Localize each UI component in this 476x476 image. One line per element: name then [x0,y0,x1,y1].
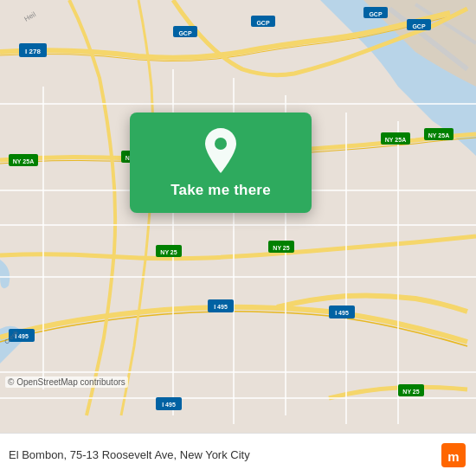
address-text: El Bombon, 75-13 Roosevelt Ave, New York… [9,448,441,461]
svg-text:GCP: GCP [412,23,426,29]
svg-text:GCP: GCP [178,30,192,36]
osm-attribution: © OpenStreetMap contributors [5,376,128,388]
take-me-there-button[interactable]: Take me there [130,113,312,213]
svg-text:m: m [447,449,459,464]
svg-text:NY 25: NY 25 [160,249,177,255]
svg-point-51 [215,138,227,150]
svg-text:NY 25: NY 25 [273,245,289,251]
svg-text:GCP: GCP [256,20,270,26]
map-svg: I 278 GCP GCP GCP GCP NY 25A NY 25A NY 2… [0,0,476,433]
svg-text:I 495: I 495 [214,304,228,310]
svg-text:I 278: I 278 [25,48,41,55]
svg-text:NY 25A: NY 25A [385,137,406,143]
svg-text:NY 25: NY 25 [402,389,419,395]
map-view: I 278 GCP GCP GCP GCP NY 25A NY 25A NY 2… [0,0,476,433]
svg-text:I 495: I 495 [335,310,349,316]
svg-text:GCP: GCP [369,11,383,17]
take-me-there-label: Take me there [170,182,271,199]
moovit-logo: m [441,443,466,467]
svg-text:NY 25A: NY 25A [13,158,34,164]
location-icon [198,128,243,173]
moovit-logo-icon: m [441,443,466,467]
bottom-bar: El Bombon, 75-13 Roosevelt Ave, New York… [0,433,476,476]
svg-text:I 495: I 495 [162,402,176,408]
svg-text:NY 25A: NY 25A [428,132,449,138]
